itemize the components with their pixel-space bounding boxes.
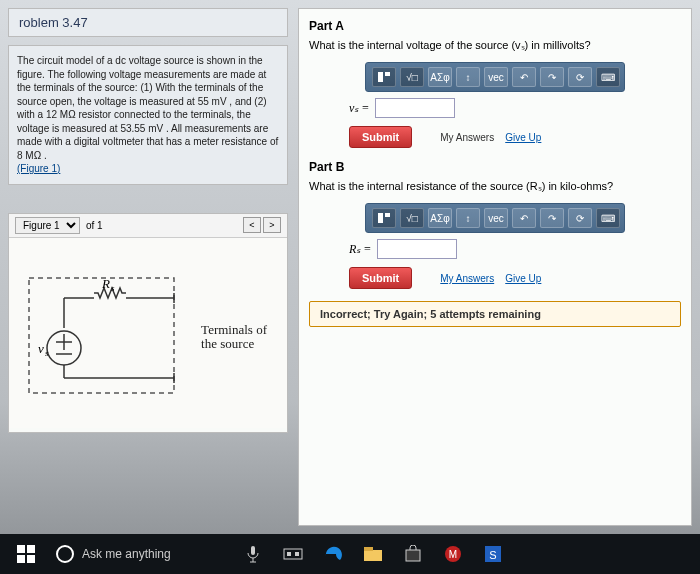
- redo-icon[interactable]: ↷: [540, 208, 564, 228]
- svg-text:s: s: [45, 348, 49, 358]
- app-icon[interactable]: M: [436, 537, 470, 571]
- sqrt-icon[interactable]: √□: [400, 208, 424, 228]
- svg-rect-18: [378, 213, 383, 223]
- reset-icon[interactable]: ⟳: [568, 208, 592, 228]
- explorer-icon[interactable]: [356, 537, 390, 571]
- problem-description: The circuit model of a dc voltage source…: [8, 45, 288, 185]
- svg-rect-17: [385, 72, 390, 76]
- part-b-var: Rₛ =: [349, 242, 371, 257]
- part-a-input[interactable]: [375, 98, 455, 118]
- cortana-icon: [56, 545, 74, 563]
- svg-rect-24: [251, 546, 255, 555]
- app2-icon[interactable]: S: [476, 537, 510, 571]
- undo-icon[interactable]: ↶: [512, 67, 536, 87]
- svg-rect-26: [287, 552, 291, 556]
- svg-rect-23: [27, 555, 35, 563]
- figure-pager: < >: [243, 217, 281, 233]
- svg-text:S: S: [489, 549, 496, 561]
- part-a-answer-row: vₛ =: [309, 98, 681, 118]
- part-b-answer-row: Rₛ =: [309, 239, 681, 259]
- part-a-myanswers-text: My Answers: [440, 132, 494, 143]
- svg-rect-27: [295, 552, 299, 556]
- part-b-giveup-link[interactable]: Give Up: [505, 273, 541, 284]
- figure-select[interactable]: Figure 1: [15, 217, 80, 234]
- svg-rect-20: [17, 545, 25, 553]
- figure-header: Figure 1 of 1 < >: [9, 214, 287, 238]
- redo-icon[interactable]: ↷: [540, 67, 564, 87]
- sigma-button[interactable]: ΑΣφ: [428, 208, 452, 228]
- figure-panel: Figure 1 of 1 < > R s: [8, 213, 288, 433]
- updown-icon[interactable]: ↕: [456, 67, 480, 87]
- part-a-submit-row: Submit My Answers Give Up: [309, 126, 681, 148]
- part-b-toolbar: √□ ΑΣφ ↕ vec ↶ ↷ ⟳ ⌨: [365, 203, 625, 233]
- part-b-submit-button[interactable]: Submit: [349, 267, 412, 289]
- undo-icon[interactable]: ↶: [512, 208, 536, 228]
- windows-icon: [17, 545, 35, 563]
- sqrt-icon[interactable]: √□: [400, 67, 424, 87]
- part-b-myanswers-link[interactable]: My Answers: [440, 273, 494, 284]
- svg-text:v: v: [38, 341, 44, 356]
- description-text: The circuit model of a dc voltage source…: [17, 55, 278, 161]
- figure-of-text: of 1: [86, 220, 103, 231]
- answer-panel: Part A What is the internal voltage of t…: [298, 8, 692, 526]
- circuit-diagram: R s v s: [19, 253, 189, 413]
- edge-icon[interactable]: [316, 537, 350, 571]
- svg-rect-22: [17, 555, 25, 563]
- cortana-search[interactable]: Ask me anything: [50, 537, 230, 571]
- reset-icon[interactable]: ⟳: [568, 67, 592, 87]
- template-icon[interactable]: [372, 208, 396, 228]
- cortana-text: Ask me anything: [82, 547, 171, 561]
- updown-icon[interactable]: ↕: [456, 208, 480, 228]
- svg-rect-25: [284, 549, 302, 559]
- part-b-question: What is the internal resistance of the s…: [309, 180, 681, 193]
- figure-body: R s v s Terminals ofthe source: [9, 238, 287, 428]
- part-b-feedback: Incorrect; Try Again; 5 attempts remaini…: [309, 301, 681, 327]
- svg-text:s: s: [111, 283, 115, 293]
- figure-link[interactable]: (Figure 1): [17, 163, 60, 174]
- store-icon[interactable]: [396, 537, 430, 571]
- figure-prev-button[interactable]: <: [243, 217, 261, 233]
- sigma-button[interactable]: ΑΣφ: [428, 67, 452, 87]
- part-b-label: Part B: [309, 160, 681, 174]
- part-b-input[interactable]: [377, 239, 457, 259]
- svg-rect-16: [378, 72, 383, 82]
- problem-header: roblem 3.47: [8, 8, 288, 37]
- part-a-submit-button[interactable]: Submit: [349, 126, 412, 148]
- template-icon[interactable]: [372, 67, 396, 87]
- figure-next-button[interactable]: >: [263, 217, 281, 233]
- mic-icon[interactable]: [236, 537, 270, 571]
- terminals-label: Terminals ofthe source: [201, 323, 267, 352]
- part-a-giveup-link[interactable]: Give Up: [505, 132, 541, 143]
- svg-text:R: R: [101, 276, 110, 291]
- svg-rect-28: [364, 550, 382, 561]
- start-button[interactable]: [8, 536, 44, 572]
- keyboard-icon[interactable]: ⌨: [596, 67, 620, 87]
- part-a-var: vₛ =: [349, 101, 369, 116]
- part-a-links: My Answers Give Up: [432, 131, 541, 143]
- vec-button[interactable]: vec: [484, 67, 508, 87]
- part-b-submit-row: Submit My Answers Give Up: [309, 267, 681, 289]
- windows-taskbar: Ask me anything M S: [0, 534, 700, 574]
- part-b-links: My Answers Give Up: [432, 272, 541, 284]
- part-a-toolbar: √□ ΑΣφ ↕ vec ↶ ↷ ⟳ ⌨: [365, 62, 625, 92]
- svg-rect-21: [27, 545, 35, 553]
- svg-rect-29: [364, 547, 373, 551]
- feedback-text: Incorrect; Try Again; 5 attempts remaini…: [320, 308, 541, 320]
- svg-rect-30: [406, 550, 420, 561]
- keyboard-icon[interactable]: ⌨: [596, 208, 620, 228]
- part-a-question: What is the internal voltage of the sour…: [309, 39, 681, 52]
- svg-rect-19: [385, 213, 390, 217]
- taskview-icon[interactable]: [276, 537, 310, 571]
- vec-button[interactable]: vec: [484, 208, 508, 228]
- svg-text:M: M: [449, 549, 457, 560]
- part-a-label: Part A: [309, 19, 681, 33]
